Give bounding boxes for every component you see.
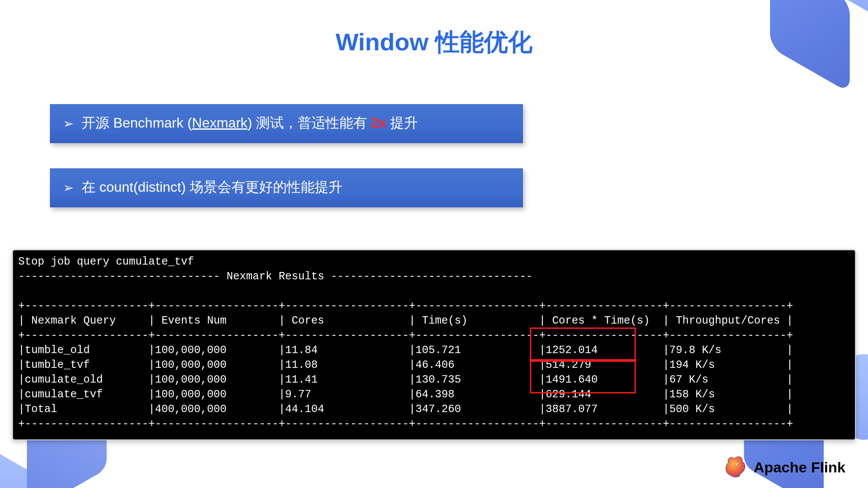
terminal-output: Stop job query cumulate_tvf ------------… bbox=[13, 250, 855, 439]
footer-logo: Apache Flink bbox=[723, 455, 845, 479]
terminal-container: Stop job query cumulate_tvf ------------… bbox=[12, 249, 856, 440]
chevron-icon: ➢ bbox=[63, 116, 74, 131]
footer-product-name: Apache Flink bbox=[753, 459, 845, 476]
bullet-text-prefix: 开源 Benchmark ( bbox=[82, 115, 192, 131]
slide-title: Window 性能优化 bbox=[0, 26, 868, 59]
bullet-count-distinct-text: 在 count(distinct) 场景会有更好的性能提升 bbox=[82, 178, 342, 197]
bullet-highlight-2x: 2x bbox=[371, 115, 387, 131]
svg-point-1 bbox=[737, 464, 738, 465]
bullet-link-nexmark: Nexmark bbox=[192, 115, 247, 131]
bg-cube-top-right bbox=[810, 0, 868, 24]
bullet-benchmark: ➢ 开源 Benchmark (Nexmark) 测试，普适性能有 2x 提升 bbox=[50, 104, 523, 143]
highlight-box-tumble bbox=[530, 328, 636, 360]
flink-squirrel-icon bbox=[723, 455, 747, 479]
bullet-benchmark-text: 开源 Benchmark (Nexmark) 测试，普适性能有 2x 提升 bbox=[82, 114, 418, 133]
bullet-text-suffix: 提升 bbox=[386, 115, 418, 131]
highlight-box-cumulate bbox=[530, 360, 636, 393]
bullet-count-distinct: ➢ 在 count(distinct) 场景会有更好的性能提升 bbox=[50, 168, 523, 207]
bg-cube-bottom-left bbox=[0, 447, 67, 488]
chevron-icon: ➢ bbox=[63, 180, 74, 195]
bullet-text-mid: ) 测试，普适性能有 bbox=[247, 115, 371, 131]
